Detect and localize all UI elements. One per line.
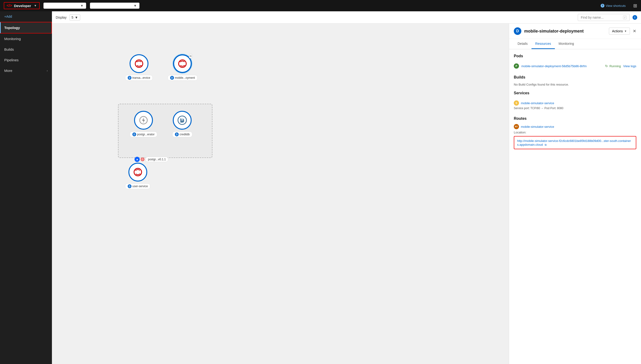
service-port-info: Service port: TCP/80 → Pod Port: 8080 [514, 106, 636, 110]
actions-button[interactable]: Actions ▼ [609, 28, 630, 35]
refresh-icon-user-service [133, 167, 143, 177]
panel-content: Pods P mobile-simulator-deployment-58d5b… [509, 49, 641, 154]
sidebar-more-label: More [4, 68, 12, 72]
node-label-postgr: D postgr...erator [130, 132, 157, 137]
node-label-transa: D transa...ervice [125, 75, 153, 81]
code-icon: </> [7, 4, 12, 8]
node-transa-service[interactable]: D transa...ervice [125, 54, 153, 81]
project-selector[interactable]: Project: example-bank ▼ [44, 2, 86, 9]
top-nav: </> Developer ▼ Project: example-bank ▼ … [0, 0, 641, 11]
route-location-label: Location: [514, 130, 636, 134]
pg-icon-creditdb [177, 115, 187, 126]
display-label: Display [56, 16, 67, 19]
sidebar-add-button[interactable]: +Add [0, 11, 52, 22]
o-badge: O [141, 158, 144, 161]
node-label-text-transa: transa...ervice [132, 76, 150, 80]
node-label-text-mobile: mobile...oyment [175, 76, 195, 80]
node-postgr-erator[interactable]: D postgr...erator [130, 111, 157, 137]
node-circle-transa[interactable] [130, 54, 148, 73]
node-label-text-creditdb: creditdb [180, 133, 190, 136]
sidebar-item-topology[interactable]: Topology [0, 22, 52, 34]
grid-icon[interactable]: ⊞ [633, 3, 637, 8]
node-circle-postgr[interactable] [134, 111, 153, 130]
arrow-icon: → [541, 106, 544, 110]
sidebar-item-monitoring[interactable]: Monitoring [0, 34, 52, 44]
view-shortcuts-link[interactable]: ? View shortcuts [601, 4, 626, 8]
tab-details[interactable]: Details [514, 39, 531, 49]
developer-logo[interactable]: </> Developer ▼ [4, 2, 40, 9]
sidebar-monitoring-label: Monitoring [4, 37, 21, 41]
tab-monitoring[interactable]: Monitoring [555, 39, 578, 49]
pod-p-badge: P [514, 64, 519, 68]
routes-section-title: Routes [514, 116, 636, 121]
bolt-icon-postgr [139, 116, 148, 125]
pod-name-link[interactable]: mobile-simulator-deployment-58d5b75b86-8… [521, 64, 603, 68]
route-header: RT mobile-simulator-service [514, 124, 636, 129]
find-by-name-input[interactable] [581, 16, 622, 19]
sidebar: +Add Topology Monitoring Builds Pipeline… [0, 11, 52, 364]
external-link-icon[interactable]: ⧉ [189, 54, 192, 58]
view-logs-link[interactable]: View logs [623, 64, 636, 68]
panel-close-button[interactable]: ✕ [633, 28, 636, 34]
rt-badge: RT [514, 124, 519, 129]
service-row: S mobile-simulator-service Service port:… [514, 98, 636, 112]
app-selector[interactable]: Application: all applications ▼ [90, 2, 139, 9]
running-status: ↻ Running [605, 64, 621, 68]
service-name-link[interactable]: mobile-simulator-service [521, 101, 554, 105]
app-wrapper: </> Developer ▼ Project: example-bank ▼ … [0, 0, 641, 364]
refresh-icon-mobile [177, 58, 188, 69]
sidebar-item-pipelines[interactable]: Pipelines [0, 55, 52, 65]
side-panel: D mobile-simulator-deployment Actions ▼ … [509, 24, 641, 364]
tab-resources[interactable]: Resources [531, 39, 555, 49]
no-builds-message: No Build Configs found for this resource… [514, 83, 636, 86]
developer-label: Developer [14, 4, 31, 8]
actions-label: Actions [612, 29, 623, 33]
app-chevron-icon: ▼ [134, 4, 137, 8]
project-selector-label: Project: example-bank [46, 4, 79, 8]
sidebar-item-builds[interactable]: Builds [0, 44, 52, 55]
running-label: Running [609, 64, 621, 68]
topology-canvas[interactable]: D transa...ervice ⧉ [52, 24, 509, 364]
display-num-value: 5 [72, 16, 73, 19]
node-user-service[interactable]: D user-service [125, 163, 150, 189]
service-s-badge: S [514, 100, 519, 106]
d-badge-mobile: D [170, 76, 174, 80]
developer-chevron: ▼ [34, 4, 37, 7]
panel-tabs: Details Resources Monitoring [509, 39, 641, 49]
actions-chevron-icon: ▼ [624, 30, 627, 32]
postgres-label-group: postgr...v0.1.1 [145, 157, 168, 162]
panel-title: mobile-simulator-deployment [524, 29, 606, 34]
project-chevron-icon: ▼ [80, 4, 84, 8]
panel-header: D mobile-simulator-deployment Actions ▼ … [509, 24, 641, 39]
node-mobile-deployment[interactable]: ⧉ D mobile...oyment [168, 54, 198, 81]
slash-badge: / [623, 16, 626, 19]
help-icon: ? [601, 4, 604, 8]
more-chevron-icon: › [47, 69, 48, 72]
services-section-title: Services [514, 91, 636, 95]
find-by-name-input-wrapper[interactable]: / [578, 14, 630, 21]
node-circle-mobile[interactable]: ⧉ [173, 54, 192, 73]
sidebar-item-more[interactable]: More › [0, 65, 52, 76]
sidebar-pipelines-label: Pipelines [4, 58, 19, 62]
node-circle-creditdb[interactable] [173, 111, 192, 130]
d-badge-creditdb: D [175, 132, 179, 136]
route-url-link[interactable]: http://mobile-simulator-service-f2c6cdc6… [517, 139, 631, 146]
pod-row: P mobile-simulator-deployment-58d5b75b86… [514, 62, 636, 70]
toolbar: Display 5 ▼ / i [52, 11, 641, 24]
display-num-select[interactable]: 5 ▼ [69, 14, 80, 20]
display-num-chevron-icon: ▼ [75, 16, 78, 19]
route-name-link[interactable]: mobile-simulator-service [521, 125, 554, 128]
view-shortcuts-label: View shortcuts [606, 4, 626, 8]
info-icon[interactable]: i [632, 15, 637, 20]
pods-section-title: Pods [514, 54, 636, 58]
sidebar-builds-label: Builds [4, 48, 14, 52]
app-selector-label: Application: all applications [93, 4, 132, 8]
d-badge-postgr: D [132, 132, 136, 136]
node-circle-user-service[interactable] [128, 163, 147, 182]
node-creditdb[interactable]: D creditdb [172, 111, 192, 137]
helm-badge: ⎈ [135, 157, 140, 162]
topology-area: D transa...ervice ⧉ [52, 24, 641, 364]
node-label-user-service: D user-service [125, 184, 150, 189]
node-label-mobile: D mobile...oyment [168, 75, 198, 81]
running-icon: ↻ [605, 64, 608, 68]
